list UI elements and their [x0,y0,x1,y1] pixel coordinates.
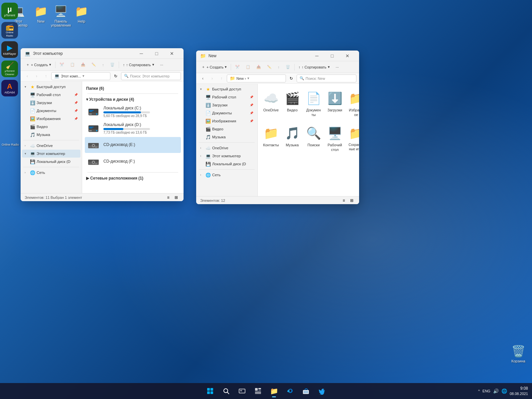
copy-btn-new[interactable]: 📋 [243,63,253,72]
taskbar-store[interactable] [299,384,313,398]
back-button-new[interactable]: ‹ [199,74,207,82]
app-kmplayer[interactable]: ▶ KMPlayer [1,41,18,58]
address-box-this-pc[interactable]: 💻 Этот комп... ▾ [51,72,110,80]
maximize-button-this-pc[interactable]: □ [149,48,164,59]
sidebar-desktop[interactable]: 🖥️ Рабочий стол 📌 [22,91,80,99]
share-button[interactable]: ↑ [99,60,107,69]
copy-button[interactable]: 📋 [67,60,77,69]
sidebar-quick-access[interactable]: ▾ ★ Быстрый доступ [22,83,80,91]
sidebar-new-onedrive[interactable]: › ☁️ OneDrive [198,144,256,152]
back-button-this-pc[interactable]: ‹ [23,72,31,80]
taskbar-taskview[interactable] [235,384,249,398]
folder-contacts[interactable]: 📁 Контакты [262,123,280,155]
app-utorrent-cleaner[interactable]: 🧹 μTorrentCleaner [1,61,18,77]
create-button-new[interactable]: ＋ + Создать ▾ [199,63,229,72]
taskbar-widgets[interactable] [251,384,265,398]
sort-btn-new[interactable]: ↑ ↑ Сортировать ▾ [296,63,332,72]
more-btn-new[interactable]: ··· [333,63,341,72]
sidebar-new-documents[interactable]: 📄 Документы 📌 [198,109,256,117]
sidebar-local-d[interactable]: 💾 Локальный диск (D [22,158,80,166]
network-icon[interactable]: 🌐 [501,388,507,394]
up-button-new[interactable]: ↑ [217,74,225,82]
more-button[interactable]: ··· [158,60,166,69]
create-button-this-pc[interactable]: ＋ + Создать ▾ [23,60,54,69]
desktop-icon-help[interactable]: 📁 Help [70,3,93,25]
share-btn-new[interactable]: ↑ [275,63,282,72]
drive-f[interactable]: CD-дисковод (F:) [85,154,181,170]
paste-btn-new[interactable]: 📥 [254,63,264,72]
close-button-this-pc[interactable]: ✕ [164,48,180,59]
minimize-button-this-pc[interactable]: ─ [134,48,149,59]
forward-button-this-pc[interactable]: › [33,72,41,80]
folder-downloads[interactable]: ⬇️ Загрузки [326,88,344,120]
address-box-new[interactable]: 📁 New › ▾ [227,74,286,82]
delete-button[interactable]: 🗑️ [107,60,117,69]
app-online-radio[interactable]: 📻 OnlineRadio [1,22,18,39]
sidebar-new-desktop[interactable]: 🖥️ Рабочий стол 📌 [198,93,256,101]
app-aida64[interactable]: A AIDA64 [1,80,18,96]
close-button-new[interactable]: ✕ [340,51,355,61]
drive-e[interactable]: CD-дисковод (E:) [85,137,181,153]
taskbar-edge[interactable] [283,384,297,398]
folder-favorites[interactable]: 📁 Избранное [347,88,359,120]
chevron-icon[interactable]: ^ [478,389,480,393]
search-box-new[interactable]: 🔍 Поиск: New [297,74,356,82]
maximize-button-new[interactable]: □ [325,51,340,61]
toolbar-new: ＋ + Создать ▾ ✂️ 📋 📥 ✏️ ↑ 🗑️ ↑ ↑ Сортиро… [196,61,359,73]
sidebar-new-music[interactable]: 🎵 Музыка [198,133,256,141]
cut-button[interactable]: ✂️ [57,60,67,69]
volume-icon[interactable]: 🔊 [493,388,499,394]
sidebar-new-local-d[interactable]: 💾 Локальный диск (D [198,160,256,168]
list-view-btn-new[interactable]: ≡ [340,197,347,204]
sidebar-video[interactable]: 🎬 Видео [22,123,80,131]
folder-video[interactable]: 🎬 Видео [283,88,302,120]
sidebar-documents[interactable]: 📄 Документы 📌 [22,107,80,115]
folder-searches[interactable]: 🔍 Поиски [304,123,323,155]
sidebar-new-downloads[interactable]: ⬇️ Загрузки 📌 [198,101,256,109]
taskbar-twitter[interactable] [315,384,329,398]
sidebar-new-network[interactable]: › 🌐 Сеть [198,171,256,179]
cut-btn-new[interactable]: ✂️ [232,63,242,72]
rename-btn-new[interactable]: ✏️ [264,63,274,72]
recycle-bin[interactable]: 🗑️ Корзина [511,344,525,363]
sidebar-new-pictures[interactable]: 🖼️ Изображения 📌 [198,117,256,125]
sidebar-this-pc-item[interactable]: ▾ 💻 Этот компьютер [22,150,80,158]
rename-button[interactable]: ✏️ [89,60,99,69]
sidebar-new-this-pc[interactable]: › 💻 Этот компьютер [198,152,256,160]
delete-btn-new[interactable]: 🗑️ [283,63,293,72]
sidebar-onedrive[interactable]: › ☁️ OneDrive [22,142,80,150]
search-box-this-pc[interactable]: 🔍 Поиск: Этот компьютер [121,72,181,80]
folder-onedrive[interactable]: ☁️ OneDrive [262,88,280,120]
grid-view-btn-new[interactable]: ⊞ [348,197,355,204]
refresh-button-new[interactable]: ↻ [287,74,295,82]
language-indicator[interactable]: ENG [482,389,490,393]
sidebar-downloads[interactable]: ⬇️ Загрузки 📌 [22,99,80,107]
minimize-button-new[interactable]: ─ [309,51,325,61]
statusbar-right-this-pc: ≡ ⊞ [165,194,180,201]
taskbar-explorer[interactable]: 📁 [267,384,281,398]
folder-saved-games[interactable]: 📁 Сохранённые игры [347,123,359,155]
sidebar-network[interactable]: › 🌐 Сеть [22,169,80,177]
grid-view-btn[interactable]: ⊞ [173,194,180,201]
refresh-button-this-pc[interactable]: ↻ [112,72,120,80]
sidebar-music[interactable]: 🎵 Музыка [22,131,80,139]
forward-button-new[interactable]: › [208,74,216,82]
desktop-icon-control-panel[interactable]: 🖥️ Панель управления [49,3,72,29]
folder-desktop[interactable]: 🖥️ Рабочий стол [326,123,344,155]
up-button-this-pc[interactable]: ↑ [42,72,50,80]
drive-c[interactable]: Локальный диск (C:) 5,60 ГБ свободно из … [85,104,181,120]
app-utorrent[interactable]: μ μTorrent [1,3,18,19]
folder-documents[interactable]: 📄 Документы [304,88,323,120]
sidebar-new-quick-access[interactable]: ▾ ★ Быстрый доступ [198,85,256,93]
sort-button[interactable]: ↑ ↑ Сортировать ▾ [120,60,157,69]
drive-d[interactable]: Локальный диск (D:) 7,73 ГБ свободно из … [85,120,181,136]
paste-button[interactable]: 📥 [78,60,88,69]
sidebar-pictures[interactable]: 🖼️ Изображения 📌 [22,115,80,123]
taskbar-search[interactable] [219,384,233,398]
svg-rect-2 [89,113,92,115]
taskbar-start[interactable] [203,384,217,398]
sidebar-new-video[interactable]: 🎬 Видео [198,125,256,133]
folder-music[interactable]: 🎵 Музыка [283,123,302,155]
clock[interactable]: 9:08 08.08.2021 [510,386,528,396]
list-view-btn[interactable]: ≡ [165,194,172,201]
